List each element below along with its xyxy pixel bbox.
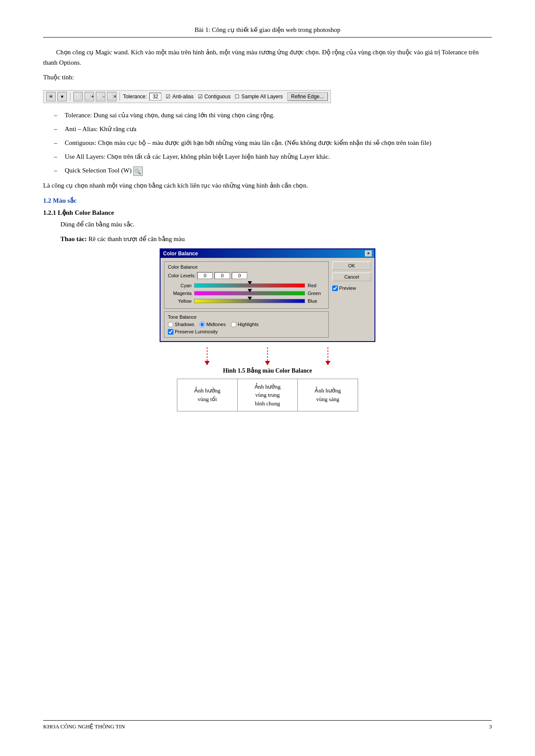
attribute-list: Tolerance: Dung sai của vùng chọn, dung … bbox=[60, 110, 492, 176]
contiguous-label: Contiguous bbox=[205, 94, 231, 100]
arrow-area bbox=[43, 347, 492, 364]
refine-edge-button[interactable]: Refine Edge... bbox=[287, 92, 328, 101]
tool-dropdown-icon: ▾ bbox=[57, 92, 67, 101]
shadows-label: Shadows bbox=[175, 322, 194, 327]
toolbar-separator2 bbox=[120, 92, 120, 101]
list-item-quick-selection: Quick Selection Tool (W) 🔍 bbox=[60, 165, 492, 176]
quick-selection-tool-icon: 🔍 bbox=[133, 166, 143, 176]
thao-tac-text: Rê các thanh trượt để cân bằng màu bbox=[88, 235, 185, 242]
footer-left: KHOA CÔNG NGHỆ THÔNG TIN bbox=[43, 723, 125, 730]
magic-wand-toolbar: ✳ ▾ ⬜ ⬜+ ⬜- ⬜× Tolerance: 32 ☑ Anti-alia… bbox=[43, 90, 331, 103]
dialog-title: Color Balance bbox=[163, 251, 198, 257]
page-footer: KHOA CÔNG NGHỆ THÔNG TIN 3 bbox=[43, 720, 492, 730]
cyan-label: Cyan bbox=[168, 283, 192, 288]
dialog-wrapper: Color Balance × Color Balance Color Leve… bbox=[43, 248, 492, 342]
color-levels-row: Color Levels: bbox=[168, 272, 325, 279]
header-title: Bài 1: Công cụ thiết kế giao diện web tr… bbox=[195, 26, 340, 33]
annot-table-wrapper: Ảnh hưởngvùng tối Ảnh hưởngvùng trungbìn… bbox=[43, 379, 492, 412]
preserve-luminosity-row[interactable]: Preserve Luminosity bbox=[168, 329, 325, 335]
list-item-antialias: Anti – Alias: Khử răng cưa bbox=[60, 124, 492, 134]
subtract-selection-icon: ⬜- bbox=[96, 92, 105, 101]
antialias-label: Anti-alias bbox=[172, 94, 193, 100]
cb-group-title: Color Balance bbox=[168, 264, 325, 270]
new-selection-icon: ⬜ bbox=[73, 92, 83, 101]
preview-row[interactable]: Preview bbox=[332, 285, 371, 291]
midtones-radio-item[interactable]: Midtones bbox=[199, 322, 226, 327]
sample-all-layers-checkbox[interactable]: ☐ bbox=[235, 94, 239, 100]
cyan-red-track[interactable] bbox=[194, 282, 305, 289]
green-label: Green bbox=[308, 291, 325, 296]
cancel-button[interactable]: Cancel bbox=[332, 273, 371, 281]
preserve-luminosity-label: Preserve Luminosity bbox=[175, 329, 218, 334]
level-input-2[interactable] bbox=[214, 272, 230, 279]
thao-tac-line: Thao tác: Rê các thanh trượt để cân bằng… bbox=[60, 234, 492, 244]
list-item-tolerance: Tolerance: Dung sai của vùng chọn, dung … bbox=[60, 110, 492, 120]
list-item-use-all-layers: Use All Layers: Chọn trên tất cả các Lay… bbox=[60, 151, 492, 162]
cyan-red-thumb[interactable] bbox=[248, 281, 252, 285]
page: Bài 1: Công cụ thiết kế giao diện web tr… bbox=[0, 0, 535, 756]
thuoc-tinh-label: Thuộc tính: bbox=[43, 72, 492, 82]
svg-marker-5 bbox=[325, 361, 330, 365]
annotation-table: Ảnh hưởngvùng tối Ảnh hưởngvùng trungbìn… bbox=[177, 379, 358, 412]
midtones-label: Midtones bbox=[206, 322, 226, 327]
dialog-titlebar: Color Balance × bbox=[160, 249, 374, 258]
color-balance-group: Color Balance Color Levels: Cyan bbox=[164, 261, 329, 309]
arrows-svg bbox=[160, 347, 375, 369]
yellow-blue-slider-row: Yellow Blue bbox=[168, 298, 325, 304]
intersect-selection-icon: ⬜× bbox=[107, 92, 116, 101]
footer-right: 3 bbox=[489, 723, 492, 730]
page-header: Bài 1: Công cụ thiết kế giao diện web tr… bbox=[43, 26, 492, 38]
toolbar-separator bbox=[70, 92, 70, 101]
subsection-121-heading: 1.2.1 Lệnh Color Balance bbox=[43, 209, 492, 216]
add-selection-icon: ⬜+ bbox=[85, 92, 94, 101]
level-input-1[interactable] bbox=[197, 272, 213, 279]
thao-tac-label: Thao tác: bbox=[60, 235, 87, 242]
table-row: Ảnh hưởngvùng tối Ảnh hưởngvùng trungbìn… bbox=[177, 379, 358, 411]
highlights-radio[interactable] bbox=[231, 322, 236, 327]
preview-checkbox[interactable] bbox=[332, 285, 338, 291]
magenta-green-thumb[interactable] bbox=[248, 289, 252, 292]
dialog-right: OK Cancel Preview bbox=[332, 261, 371, 338]
magic-wand-icon: ✳ bbox=[46, 92, 56, 101]
tolerance-label: Tolerance: bbox=[123, 94, 147, 100]
annot-cell-3: Ảnh hưởngvùng sáng bbox=[298, 379, 358, 411]
tone-balance-title: Tone Balance bbox=[168, 314, 325, 320]
color-balance-desc: Dùng để cân bằng màu sắc. bbox=[60, 219, 492, 229]
color-levels-label: Color Levels: bbox=[168, 273, 195, 278]
color-balance-dialog: Color Balance × Color Balance Color Leve… bbox=[160, 248, 375, 342]
yellow-blue-track[interactable] bbox=[194, 298, 305, 304]
quick-selection-para: Là công cụ chọn nhanh một vùng chọn bằng… bbox=[43, 180, 492, 191]
yellow-label: Yellow bbox=[168, 298, 192, 304]
shadows-radio-item[interactable]: Shadows bbox=[168, 322, 194, 327]
tone-radio-row: Shadows Midtones Highlights bbox=[168, 322, 325, 327]
intro-paragraph: Chọn công cụ Magic wand. Kích vào một mà… bbox=[43, 47, 492, 68]
tolerance-input[interactable]: 32 bbox=[149, 93, 161, 100]
antialias-checkbox[interactable]: ☑ bbox=[166, 94, 170, 100]
list-item-contiguous: Contiguous: Chọn màu cục bộ – màu được g… bbox=[60, 138, 492, 148]
svg-marker-3 bbox=[265, 361, 270, 365]
shadows-radio[interactable] bbox=[168, 322, 173, 327]
blue-label: Blue bbox=[308, 298, 325, 304]
annot-cell-1: Ảnh hưởngvùng tối bbox=[177, 379, 238, 411]
magenta-label: Magenta bbox=[168, 291, 192, 296]
preserve-luminosity-checkbox[interactable] bbox=[168, 329, 173, 335]
dialog-body: Color Balance Color Levels: Cyan bbox=[160, 258, 374, 341]
ok-button[interactable]: OK bbox=[332, 261, 371, 270]
section-12-heading: 1.2 Màu sắc bbox=[43, 197, 492, 204]
highlights-radio-item[interactable]: Highlights bbox=[231, 322, 258, 327]
svg-marker-1 bbox=[205, 361, 210, 365]
magenta-green-slider-row: Magenta Green bbox=[168, 290, 325, 296]
yellow-blue-thumb[interactable] bbox=[248, 297, 252, 300]
annot-cell-2: Ảnh hưởngvùng trungbình chung bbox=[237, 379, 298, 411]
level-input-3[interactable] bbox=[232, 272, 247, 279]
dialog-close-button[interactable]: × bbox=[365, 251, 372, 257]
red-label: Red bbox=[308, 283, 325, 288]
midtones-radio[interactable] bbox=[199, 322, 205, 327]
contiguous-checkbox[interactable]: ☑ bbox=[198, 94, 203, 100]
magenta-green-track[interactable] bbox=[194, 290, 305, 296]
dialog-left: Color Balance Color Levels: Cyan bbox=[164, 261, 329, 338]
sample-all-layers-label: Sample All Layers bbox=[241, 94, 283, 100]
preview-label: Preview bbox=[339, 285, 356, 291]
tone-balance-group: Tone Balance Shadows Midtones bbox=[164, 311, 329, 338]
highlights-label: Highlights bbox=[238, 322, 258, 327]
